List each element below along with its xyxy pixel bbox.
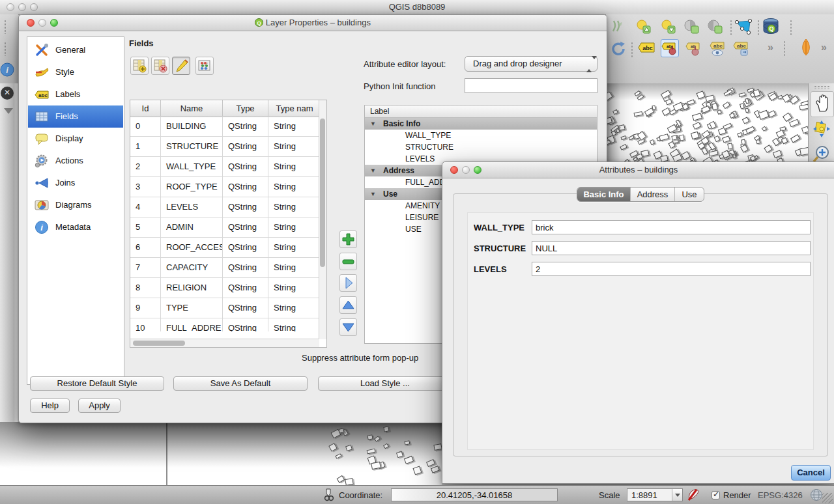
table-cell[interactable]: RELIGION (161, 278, 223, 298)
table-cell[interactable]: 5 (130, 217, 161, 237)
attribute-editor-layout-select[interactable]: Drag and drop designer (465, 56, 597, 72)
table-row[interactable]: 1STRUCTUREQStringString (130, 137, 321, 157)
remove-icon[interactable] (339, 253, 357, 270)
overflow-chevron-icon[interactable]: » (821, 42, 827, 53)
column-header-typename[interactable]: Type nam (268, 100, 321, 117)
table-cell[interactable]: 7 (130, 258, 161, 277)
table-cell[interactable]: QString (223, 117, 268, 136)
table-cell[interactable]: 3 (130, 177, 161, 197)
offset-point-symbols-icon[interactable] (705, 18, 725, 36)
table-cell[interactable]: String (268, 177, 321, 197)
overflow-chevron-icon[interactable]: » (768, 42, 773, 53)
table-cell[interactable]: String (268, 197, 321, 217)
levels-input[interactable] (532, 262, 811, 276)
tab-basic-info[interactable]: Basic Info (577, 188, 631, 201)
table-cell[interactable]: String (268, 157, 321, 176)
table-cell[interactable]: String (268, 217, 321, 237)
cancel-button[interactable]: Cancel (791, 465, 831, 481)
zoom-in-icon[interactable] (811, 145, 833, 161)
table-cell[interactable]: QString (223, 298, 268, 318)
offset-curve-icon[interactable] (609, 18, 628, 36)
table-row[interactable]: 5ADMINQStringString (130, 217, 321, 238)
table-row[interactable]: 9TYPEQStringString (130, 298, 321, 318)
label-tree-header[interactable]: Label (365, 105, 597, 118)
load-style-button[interactable]: Load Style ... (318, 376, 452, 391)
table-cell[interactable]: QString (223, 177, 268, 197)
render-checkbox[interactable] (712, 491, 720, 499)
sidebar-item-labels[interactable]: abc Labels (28, 83, 123, 105)
dropdown-triangle-icon[interactable] (4, 108, 13, 114)
field-calculator-icon[interactable] (195, 57, 214, 75)
move-up-icon[interactable] (339, 296, 357, 314)
layer-labeling-icon[interactable]: abc (637, 42, 657, 60)
table-row[interactable]: 8RELIGIONQStringString (130, 278, 321, 298)
table-cell[interactable]: String (268, 117, 321, 136)
table-cell[interactable]: ROOF_TYPE (161, 177, 223, 197)
table-cell[interactable]: LEVELS (161, 197, 223, 217)
table-cell[interactable]: BUILDING (161, 117, 223, 136)
structure-input[interactable] (532, 241, 811, 255)
coordinate-input[interactable] (391, 488, 558, 501)
sidebar-item-style[interactable]: Style (28, 61, 123, 83)
table-vertical-scrollbar[interactable] (319, 100, 326, 339)
tab-use[interactable]: Use (675, 188, 704, 201)
sidebar-item-diagrams[interactable]: Diagrams (28, 194, 123, 216)
show-hidden-labels-icon[interactable]: abc (708, 40, 727, 59)
toolbar-handle[interactable] (814, 85, 829, 89)
tree-item-row[interactable]: WALL_TYPE (365, 130, 597, 141)
table-cell[interactable]: QString (223, 197, 268, 217)
table-cell[interactable]: 9 (130, 298, 161, 318)
move-right-icon[interactable] (339, 274, 357, 292)
raise-label-icon[interactable] (633, 18, 653, 36)
column-header-id[interactable]: Id (130, 100, 161, 117)
combo-arrow-icon[interactable] (672, 489, 682, 501)
rotate-point-symbols-icon[interactable] (682, 18, 701, 36)
scrollbar-thumb[interactable] (133, 341, 185, 346)
sidebar-item-joins[interactable]: Joins (28, 172, 123, 194)
table-cell[interactable]: 4 (130, 197, 161, 217)
table-cell[interactable]: TYPE (161, 298, 223, 318)
scale-combo[interactable]: 1:8891 (627, 488, 683, 501)
table-cell[interactable]: String (268, 278, 321, 298)
map-canvas[interactable] (606, 83, 808, 161)
crs-status-globe-icon[interactable] (810, 488, 823, 503)
table-cell[interactable]: String (268, 137, 321, 156)
collapse-triangle-icon[interactable]: ▼ (370, 188, 376, 200)
collapse-triangle-icon[interactable]: ▼ (370, 118, 376, 130)
table-cell[interactable]: CAPACITY (161, 258, 223, 277)
sidebar-item-actions[interactable]: Actions (28, 150, 123, 172)
sidebar-item-metadata[interactable]: i Metadata (28, 216, 123, 238)
node-tool-icon[interactable] (734, 18, 753, 36)
table-row[interactable]: 6ROOF_ACCESQStringString (130, 238, 321, 258)
add-icon[interactable] (339, 231, 357, 248)
tree-group-row[interactable]: ▼Basic Info (365, 118, 597, 130)
panel-close-icon[interactable]: ✕ (1, 87, 14, 100)
sidebar-item-general[interactable]: General (28, 39, 123, 61)
column-header-name[interactable]: Name (161, 100, 223, 117)
attributes-titlebar[interactable]: Attributes – buildings (442, 162, 834, 178)
collapse-triangle-icon[interactable]: ▼ (370, 165, 376, 176)
table-cell[interactable]: STRUCTURE (161, 137, 223, 156)
table-row[interactable]: 7CAPACITYQStringString (130, 258, 321, 278)
table-cell[interactable]: String (268, 298, 321, 318)
lower-label-icon[interactable] (658, 18, 678, 36)
resize-grip[interactable] (822, 493, 833, 503)
save-as-default-button[interactable]: Save As Default (173, 376, 308, 391)
table-cell[interactable]: 8 (130, 278, 161, 298)
pan-tool-icon[interactable] (811, 91, 834, 117)
table-cell[interactable]: 0 (130, 117, 161, 136)
tab-address[interactable]: Address (631, 188, 675, 201)
move-label-icon[interactable]: abc (731, 40, 751, 59)
delete-column-icon[interactable] (151, 57, 169, 75)
stop-render-icon[interactable] (685, 488, 700, 504)
table-cell[interactable]: FULL_ADDRE (161, 318, 223, 331)
table-horizontal-scrollbar[interactable] (130, 339, 319, 347)
tree-item-row[interactable]: STRUCTURE (365, 141, 597, 153)
sidebar-item-fields[interactable]: Fields (28, 105, 123, 128)
table-cell[interactable]: QString (223, 137, 268, 156)
table-cell[interactable]: QString (223, 318, 268, 331)
toggle-editing-icon[interactable] (172, 57, 190, 75)
restore-default-style-button[interactable]: Restore Default Style (30, 376, 164, 391)
table-cell[interactable]: String (268, 238, 321, 257)
table-cell[interactable]: String (268, 318, 321, 331)
